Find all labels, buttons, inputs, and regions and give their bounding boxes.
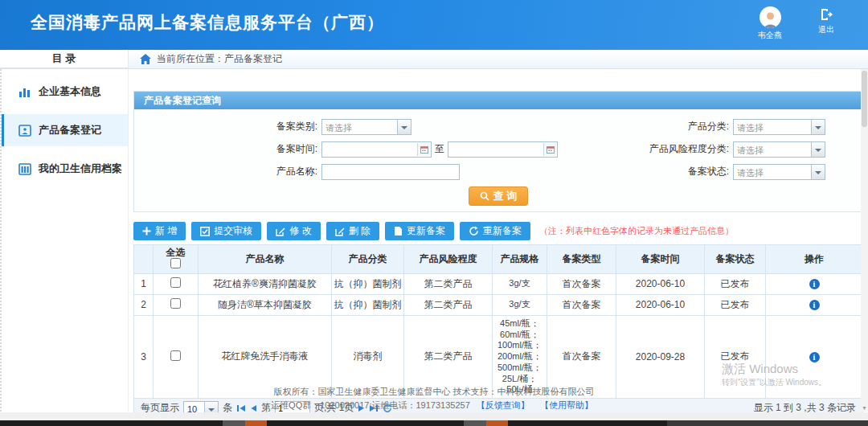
filing-category-select[interactable]: 请选择 (321, 119, 411, 135)
copyright-line: 版权所有：国家卫生健康委卫生健康监督中心 技术支持：中科软科技股份有限公司 (0, 385, 868, 399)
col-risk-level: 产品风险程度 (404, 245, 493, 274)
table-header-row: 全选 产品名称 产品分类 产品风险程度 产品规格 备案类型 备案时间 备案状态 … (134, 245, 863, 274)
sidebar-item-label: 企业基本信息 (39, 84, 101, 99)
row-checkbox[interactable] (170, 350, 181, 361)
toolbar: 新 增 提交审核 修 改 删 除 更新备案 (133, 222, 863, 240)
cell-risk: 第二类产品 (404, 294, 493, 315)
filing-time-start-input[interactable] (321, 141, 432, 158)
cell-status: 已发布 (705, 273, 766, 294)
col-filing-status: 备案状态 (705, 245, 766, 274)
filing-status-label: 备案状态: (572, 165, 733, 178)
taskbar-segment (223, 420, 245, 426)
breadcrumb-label: 当前所在位置：产品备案登记 (157, 52, 282, 66)
taskbar-segment (464, 420, 486, 426)
filing-table: 全选 产品名称 产品分类 产品风险程度 产品规格 备案类型 备案时间 备案状态 … (133, 244, 863, 399)
filing-category-label: 备案类别: (134, 120, 321, 133)
app-header: 全国消毒产品网上备案信息服务平台（广西） 韦全燕 退出 (0, 0, 868, 50)
file-icon (394, 226, 403, 236)
sidebar-title: 目 录 (0, 50, 129, 69)
filing-time-end-input[interactable] (448, 141, 558, 158)
col-product-name: 产品名称 (199, 245, 332, 274)
row-checkbox[interactable] (170, 298, 181, 309)
sidebar-item-label: 我的卫生信用档案 (39, 162, 122, 176)
bar-chart-icon (18, 86, 31, 98)
sidebar-item-product-filing[interactable]: 产品备案登记 (2, 114, 128, 146)
chevron-down-icon (811, 120, 825, 134)
risk-level-select[interactable]: 请选择 (733, 141, 825, 158)
col-actions: 操作 (766, 245, 863, 274)
chevron-down-icon (811, 165, 825, 179)
scrollbar-down-arrow[interactable]: ▼ (862, 405, 867, 411)
edit-button[interactable]: 修 改 (267, 222, 320, 240)
col-product-category: 产品分类 (332, 245, 404, 274)
cell-category: 抗（抑）菌制剂 (332, 294, 404, 315)
search-panel-title: 产品备案登记查询 (134, 92, 862, 109)
subbar: 目 录 当前所在位置：产品备案登记 (0, 50, 868, 69)
feedback-link[interactable]: 【反馈查询】 (477, 400, 530, 410)
search-icon (480, 191, 489, 201)
table-row: 2 随身洁®草本抑菌凝胶 抗（抑）菌制剂 第二类产品 3g/支 首次备案 202… (134, 294, 863, 315)
calendar-icon[interactable] (417, 143, 430, 156)
logout-label: 退出 (809, 24, 844, 35)
user-menu[interactable]: 韦全燕 (746, 6, 794, 41)
query-button[interactable]: 查 询 (469, 186, 529, 206)
refile-button[interactable]: 重新备案 (460, 222, 530, 240)
logout-icon (819, 7, 833, 22)
cell-product-name: 花红植养®爽清抑菌凝胶 (199, 273, 332, 294)
cell-date: 2020-06-10 (616, 294, 705, 315)
product-category-label: 产品分类: (572, 120, 733, 133)
submit-review-button[interactable]: 提交审核 (191, 222, 261, 240)
list-note: （注：列表中红色字体的记录为未通过产品信息） (539, 225, 734, 237)
taskbar-strip (0, 420, 868, 426)
refresh-icon (469, 226, 479, 236)
filing-status-select[interactable]: 请选择 (733, 164, 825, 180)
index-header (134, 245, 154, 274)
col-spec: 产品规格 (493, 245, 547, 274)
page: 全国消毒产品网上备案信息服务平台（广西） 韦全燕 退出 目 录 当前 (0, 0, 868, 426)
info-icon[interactable]: i (809, 279, 820, 289)
add-button[interactable]: 新 增 (133, 222, 186, 240)
sidebar-item-label: 产品备案登记 (39, 123, 101, 137)
home-icon (140, 54, 151, 64)
check-square-icon (200, 227, 210, 236)
cell-spec: 3g/支 (493, 273, 547, 294)
taskbar-segment (245, 420, 267, 426)
delete-icon (335, 227, 345, 236)
search-panel-body: 备案类别: 请选择 产品分类: 请选择 (134, 109, 862, 211)
sidebar-item-company-info[interactable]: 企业基本信息 (2, 76, 128, 108)
row-checkbox[interactable] (170, 277, 181, 288)
sidebar: 企业基本信息 产品备案登记 我的卫生信用档案 (0, 69, 129, 412)
chevron-down-icon (811, 142, 825, 157)
product-category-select[interactable]: 请选择 (733, 119, 825, 135)
edit-icon (276, 227, 285, 236)
logout-button[interactable]: 退出 (809, 7, 844, 35)
info-icon[interactable]: i (809, 352, 820, 363)
calendar-icon[interactable] (543, 143, 556, 156)
select-all-header: 全选 (154, 245, 199, 274)
cell-category: 抗（抑）菌制剂 (332, 273, 404, 294)
user-name: 韦全燕 (746, 30, 794, 41)
sidebar-item-credit-archive[interactable]: 我的卫生信用档案 (2, 153, 128, 185)
info-icon[interactable]: i (809, 300, 820, 310)
delete-button[interactable]: 删 除 (326, 222, 379, 240)
content: 产品备案登记查询 备案类别: 请选择 产品分类: 请选择 (129, 69, 868, 412)
update-filing-button[interactable]: 更新备案 (385, 222, 454, 240)
product-name-input[interactable] (321, 164, 460, 180)
scrollbar-thumb[interactable] (862, 71, 867, 127)
taskbar-segment (667, 420, 868, 426)
col-filing-type: 备案类型 (547, 245, 616, 274)
row-index: 1 (134, 273, 154, 294)
person-icon (762, 10, 779, 28)
table-row: 1 花红植养®爽清抑菌凝胶 抗（抑）菌制剂 第二类产品 3g/支 首次备案 20… (134, 273, 863, 294)
row-index: 2 (134, 294, 154, 315)
cell-risk: 第二类产品 (404, 273, 493, 294)
help-link[interactable]: 【使用帮助】 (540, 400, 593, 410)
vertical-scrollbar[interactable]: ▼ (861, 69, 868, 412)
cell-status: 已发布 (705, 294, 766, 315)
cell-spec: 3g/支 (493, 294, 547, 315)
cell-date: 2020-06-10 (616, 273, 705, 294)
chevron-down-icon (397, 120, 411, 134)
taskbar-segment (486, 420, 508, 426)
risk-level-label: 产品风险程度分类: (572, 142, 733, 156)
select-all-checkbox[interactable] (170, 258, 181, 268)
